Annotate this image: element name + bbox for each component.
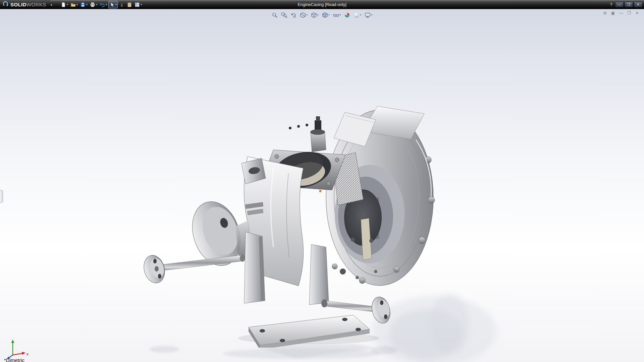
view-settings-button[interactable]: ▾: [364, 11, 373, 19]
doc-restore-button[interactable]: ❐: [626, 11, 632, 15]
switch-window-button[interactable]: ⧉: [602, 11, 608, 15]
undo-icon: [100, 2, 105, 7]
brand-text: SOLIDWORKS: [10, 2, 46, 7]
close-button[interactable]: ✕: [634, 2, 642, 7]
help-button[interactable]: ?: [608, 2, 614, 7]
section-view-button[interactable]: ▾: [299, 11, 309, 19]
graphics-area[interactable]: ▾ ▾ ▾ ▾ ▾ ▾: [0, 9, 644, 362]
rebuild-button[interactable]: [118, 1, 125, 8]
dropdown-caret-icon[interactable]: ▾: [371, 14, 372, 16]
main-toolbar: ▾ ▾ ▾ ▾ ▾: [60, 0, 143, 9]
save-button[interactable]: ▾: [79, 1, 89, 8]
triad-x-label: x: [26, 352, 29, 356]
view-orientation-button[interactable]: ▾: [310, 11, 320, 19]
options-button[interactable]: ▾: [133, 1, 143, 8]
glasses-icon: [333, 12, 339, 18]
dropdown-caret-icon[interactable]: ▾: [86, 3, 88, 6]
view-orientation-label: *Dimetric: [4, 357, 24, 362]
open-document-icon: [70, 2, 76, 7]
options-icon: [135, 2, 140, 7]
section-view-icon: [300, 12, 306, 18]
zoom-to-area-button[interactable]: [280, 11, 288, 19]
dropdown-caret-icon[interactable]: ▾: [106, 3, 107, 6]
engine-casing-model[interactable]: [141, 100, 436, 348]
dropdown-caret-icon[interactable]: ▾: [67, 3, 68, 6]
zoom-to-fit-button[interactable]: [271, 11, 279, 19]
solidworks-brand: SOLIDWORKS: [0, 0, 50, 9]
dropdown-caret-icon[interactable]: ▾: [328, 14, 330, 16]
display-style-button[interactable]: ▾: [321, 11, 331, 19]
dropdown-caret-icon[interactable]: ▾: [339, 14, 341, 16]
titlebar: SOLIDWORKS ▸ ▾ ▾ ▾ ▾: [0, 0, 644, 9]
brand-bold: SOLID: [10, 2, 26, 7]
appearance-ball-icon: [344, 12, 350, 18]
restore-button[interactable]: ❐: [625, 2, 633, 7]
edit-appearance-button[interactable]: [343, 11, 351, 19]
file-properties-button[interactable]: [126, 1, 133, 8]
window-controls: ? — ❐ ✕: [608, 0, 642, 9]
dropdown-caret-icon[interactable]: ▾: [76, 3, 78, 6]
file-properties-icon: [127, 2, 132, 7]
dropdown-caret-icon[interactable]: ▾: [360, 14, 361, 16]
zoom-to-fit-icon: [272, 12, 278, 18]
feature-panel-collapse-tab[interactable]: [0, 190, 3, 203]
undo-button[interactable]: ▾: [99, 1, 108, 8]
apply-scene-button[interactable]: ▾: [353, 11, 362, 19]
print-icon: [90, 2, 95, 7]
save-icon: [80, 2, 86, 7]
solidworks-window: SOLIDWORKS ▸ ▾ ▾ ▾ ▾: [0, 0, 644, 362]
previous-view-button[interactable]: [289, 11, 298, 19]
dropdown-caret-icon[interactable]: ▾: [306, 14, 308, 16]
dropdown-caret-icon[interactable]: ▾: [317, 14, 319, 16]
heads-up-view-toolbar: ▾ ▾ ▾ ▾ ▾ ▾: [271, 11, 373, 19]
doc-minimize-button[interactable]: —: [618, 11, 624, 15]
brand-light: WORKS: [26, 2, 46, 7]
rebuild-traffic-light-icon: [119, 2, 124, 7]
minimize-button[interactable]: —: [615, 2, 624, 7]
dropdown-caret-icon[interactable]: ▾: [115, 3, 117, 6]
print-button[interactable]: ▾: [89, 1, 98, 8]
scene-sphere-icon: [354, 12, 360, 18]
dropdown-caret-icon[interactable]: ▾: [96, 3, 97, 6]
display-style-cube-icon: [322, 12, 328, 18]
model-spigot[interactable]: [310, 116, 326, 152]
new-window-button[interactable]: ▣: [610, 11, 616, 15]
zoom-to-area-icon: [281, 12, 287, 18]
doc-close-button[interactable]: ✕: [634, 11, 640, 15]
select-cursor-icon: [109, 2, 115, 7]
new-document-button[interactable]: ▾: [60, 1, 69, 8]
selection-point[interactable]: [319, 190, 322, 192]
view-orientation-cube-icon: [311, 12, 317, 18]
open-document-button[interactable]: ▾: [69, 1, 79, 8]
new-document-icon: [61, 2, 66, 7]
document-window-controls: ⧉ ▣ — ❐ ✕: [602, 11, 640, 15]
select-button[interactable]: ▾: [108, 1, 118, 8]
document-title: EngineCasing [Read-only]: [298, 2, 346, 7]
menu-expand-arrow-icon[interactable]: ▸: [51, 3, 53, 6]
solidworks-3ds-logo-icon: [3, 1, 9, 8]
dropdown-caret-icon[interactable]: ▾: [141, 3, 142, 6]
model-front-rod[interactable]: [141, 253, 245, 286]
previous-view-icon: [290, 12, 297, 18]
hide-show-items-button[interactable]: ▾: [332, 11, 342, 19]
view-settings-icon: [365, 12, 371, 18]
